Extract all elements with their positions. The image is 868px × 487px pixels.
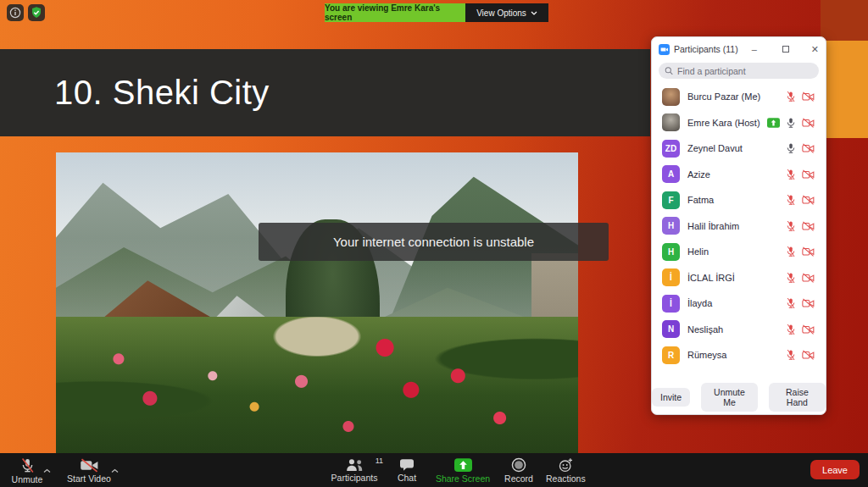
participant-name: Fatma xyxy=(687,195,786,205)
start-video-label: Start Video xyxy=(67,473,111,484)
record-label: Record xyxy=(504,473,533,484)
participant-status-icons xyxy=(786,324,815,335)
participant-search-box[interactable] xyxy=(659,63,819,79)
video-off-icon xyxy=(802,350,815,360)
close-icon[interactable]: ✕ xyxy=(811,45,819,54)
meeting-info-icon[interactable] xyxy=(7,4,24,21)
participants-icon xyxy=(345,458,364,472)
participant-row[interactable]: RRümeysa xyxy=(652,342,826,368)
video-off-icon xyxy=(802,118,815,128)
participant-row[interactable]: HHalil İbrahim xyxy=(652,213,826,240)
video-off-icon xyxy=(802,324,815,335)
participant-row[interactable]: İİCLAL İRGİ xyxy=(652,265,826,291)
chat-button[interactable]: Chat xyxy=(385,453,429,487)
start-video-button[interactable]: Start Video xyxy=(61,453,117,487)
participant-row[interactable]: İİlayda xyxy=(652,291,826,317)
participant-row[interactable]: Emre Kara (Host) xyxy=(652,110,826,136)
connection-unstable-text: Your internet connection is unstable xyxy=(333,235,534,249)
raise-hand-button[interactable]: Raise Hand xyxy=(769,383,826,412)
slide-title: 10. Sheki City xyxy=(0,74,270,112)
participants-panel-header: Participants (11) – ✕ xyxy=(652,40,826,58)
participant-status-icons xyxy=(786,246,815,257)
mic-on-icon xyxy=(786,117,796,129)
video-off-icon xyxy=(802,273,815,283)
meeting-top-bar: You are viewing Emre Kara's screen View … xyxy=(0,0,868,25)
participants-count-badge: 11 xyxy=(376,457,383,465)
chevron-down-icon xyxy=(531,11,537,15)
toolbar-left-group: Unmute Start Video xyxy=(5,453,117,487)
share-screen-icon xyxy=(454,458,472,473)
participant-row[interactable]: AAzize xyxy=(652,162,826,188)
participant-row[interactable]: FFatma xyxy=(652,187,826,213)
invite-button[interactable]: Invite xyxy=(652,388,690,407)
connection-unstable-banner: Your internet connection is unstable xyxy=(259,223,609,261)
participant-status-icons xyxy=(786,169,815,180)
participant-row[interactable]: NNeslişah xyxy=(652,317,826,343)
reactions-button[interactable]: Reactions xyxy=(541,453,591,487)
participant-status-icons xyxy=(767,117,815,129)
participant-status-icons xyxy=(786,220,815,232)
participant-row[interactable]: HHelin xyxy=(652,239,826,265)
participant-status-icons xyxy=(786,349,815,361)
video-off-icon xyxy=(802,169,815,180)
security-shield-icon[interactable] xyxy=(28,4,45,21)
view-options-label: View Options xyxy=(476,8,526,18)
participant-name: Helin xyxy=(687,246,786,257)
sheki-city-photo xyxy=(56,152,578,457)
participant-status-icons xyxy=(786,91,815,102)
participant-status-icons xyxy=(786,297,815,309)
video-off-icon xyxy=(802,91,815,102)
mic-on-icon xyxy=(786,142,796,154)
mic-muted-icon xyxy=(786,91,796,102)
participant-status-icons xyxy=(786,142,815,154)
participants-label: Participants xyxy=(331,473,378,483)
unmute-me-button[interactable]: Unmute Me xyxy=(701,383,758,412)
participant-list: Burcu Pazar (Me)Emre Kara (Host)ZDZeynel… xyxy=(652,84,826,368)
mic-muted-icon xyxy=(786,349,796,361)
video-off-icon xyxy=(802,221,815,231)
mic-muted-icon xyxy=(786,324,796,335)
minimize-icon[interactable]: – xyxy=(752,45,757,54)
screen-viewing-banner: You are viewing Emre Kara's screen xyxy=(325,3,465,22)
maximize-icon[interactable] xyxy=(782,46,789,53)
chat-icon xyxy=(399,458,415,472)
mic-muted-icon xyxy=(786,297,796,309)
video-options-caret[interactable] xyxy=(109,460,120,479)
participant-name: Emre Kara (Host) xyxy=(687,118,767,128)
participants-panel: Participants (11) – ✕ Burcu Pazar (Me)Em… xyxy=(651,36,826,415)
participant-row[interactable]: Burcu Pazar (Me) xyxy=(652,84,826,110)
view-options-button[interactable]: View Options xyxy=(465,3,548,22)
video-off-icon xyxy=(802,195,815,205)
meeting-toolbar: Unmute Start Video 11 Participants Chat … xyxy=(0,453,868,487)
participant-name: Neslişah xyxy=(687,324,786,335)
participants-panel-footer: Invite Unmute Me Raise Hand xyxy=(652,380,826,414)
mic-muted-icon xyxy=(786,194,796,206)
participant-status-icons xyxy=(786,194,815,206)
unmute-button[interactable]: Unmute xyxy=(5,453,49,487)
participant-row[interactable]: ZDZeynel Davut xyxy=(652,136,826,162)
avatar xyxy=(662,113,680,131)
avatar: ZD xyxy=(662,140,680,158)
participants-panel-title: Participants (11) xyxy=(674,44,752,54)
record-button[interactable]: Record xyxy=(497,453,541,487)
reactions-icon xyxy=(558,457,574,473)
zoom-app-icon xyxy=(659,44,670,55)
reactions-label: Reactions xyxy=(546,473,586,484)
mic-muted-icon xyxy=(19,457,36,473)
leave-button[interactable]: Leave xyxy=(810,460,860,479)
share-screen-label: Share Screen xyxy=(436,473,490,484)
participant-name: Zeynel Davut xyxy=(687,143,786,153)
participant-name: Halil İbrahim xyxy=(687,221,786,231)
avatar: A xyxy=(662,165,680,183)
screen-sharing-icon xyxy=(767,118,780,128)
participants-button[interactable]: 11 Participants xyxy=(324,453,385,487)
mic-options-caret[interactable] xyxy=(42,460,53,479)
share-screen-button[interactable]: Share Screen xyxy=(429,453,497,487)
video-off-icon xyxy=(802,246,815,257)
avatar: R xyxy=(662,346,680,364)
participant-search-input[interactable] xyxy=(677,66,813,76)
mic-muted-icon xyxy=(786,220,796,232)
avatar: H xyxy=(662,217,680,235)
photo-rose-garden xyxy=(56,317,578,457)
participant-status-icons xyxy=(786,272,815,284)
